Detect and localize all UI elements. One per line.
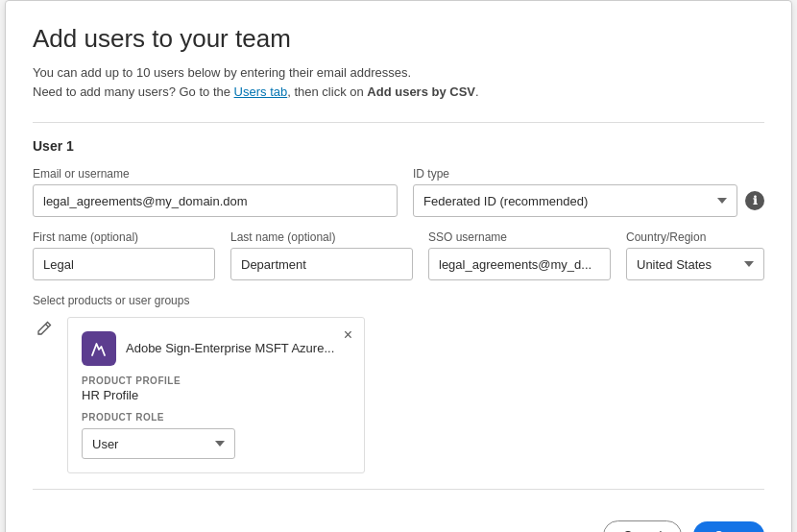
- modal-title: Add users to your team: [33, 24, 764, 54]
- idtype-label: ID type: [413, 167, 737, 181]
- user-section-title: User 1: [33, 138, 764, 154]
- product-profile-section: PRODUCT PROFILE HR Profile: [82, 375, 350, 412]
- add-users-modal: Add users to your team You can add up to…: [5, 0, 792, 532]
- products-label: Select products or user groups: [33, 294, 764, 307]
- sso-group: SSO username: [428, 230, 611, 280]
- modal-footer: Cancel Save: [33, 505, 764, 532]
- product-card-header: Adobe Sign-Enterprise MSFT Azure... ×: [82, 331, 350, 366]
- firstname-label: First name (optional): [33, 230, 215, 244]
- product-name: Adobe Sign-Enterprise MSFT Azure...: [126, 341, 350, 357]
- form-row-2: First name (optional) Last name (optiona…: [33, 230, 764, 280]
- role-select[interactable]: User Admin Developer: [82, 428, 235, 459]
- firstname-input[interactable]: [33, 248, 215, 280]
- country-label: Country/Region: [626, 230, 764, 244]
- idtype-group-wrapper: ID type Federated ID (recommended) Enter…: [413, 167, 764, 217]
- country-select[interactable]: United States Canada United Kingdom Aust…: [626, 248, 764, 280]
- role-label: PRODUCT ROLE: [82, 412, 350, 423]
- sso-label: SSO username: [428, 230, 611, 244]
- info-icon[interactable]: ℹ: [745, 191, 764, 210]
- products-row: Adobe Sign-Enterprise MSFT Azure... × PR…: [33, 317, 764, 473]
- user-section: User 1 Email or username ID type Federat…: [33, 138, 764, 294]
- remove-product-button[interactable]: ×: [342, 327, 354, 343]
- lastname-group: Last name (optional): [230, 230, 413, 280]
- close-icon: ×: [344, 326, 352, 343]
- top-divider: [33, 122, 764, 123]
- edit-products-button[interactable]: [33, 317, 56, 340]
- email-input[interactable]: [33, 184, 398, 217]
- idtype-group: ID type Federated ID (recommended) Enter…: [413, 167, 737, 217]
- email-label: Email or username: [33, 167, 398, 181]
- firstname-group: First name (optional): [33, 230, 215, 280]
- form-row-1: Email or username ID type Federated ID (…: [33, 167, 764, 217]
- product-role-section: PRODUCT ROLE User Admin Developer: [82, 412, 350, 459]
- desc-line2-prefix: Need to add many users? Go to the: [33, 85, 234, 99]
- products-section: Select products or user groups Adobe Sig…: [33, 294, 764, 473]
- users-tab-link[interactable]: Users tab: [234, 85, 288, 99]
- profile-label: PRODUCT PROFILE: [82, 375, 350, 386]
- country-group: Country/Region United States Canada Unit…: [626, 230, 764, 280]
- save-button[interactable]: Save: [693, 521, 764, 532]
- desc-bold: Add users by CSV: [367, 85, 475, 99]
- desc-line1: You can add up to 10 users below by ente…: [33, 65, 411, 80]
- idtype-select[interactable]: Federated ID (recommended) Enterprise ID…: [413, 184, 737, 217]
- cancel-button[interactable]: Cancel: [603, 520, 682, 532]
- bottom-divider: [33, 489, 764, 490]
- desc-line2-suffix: , then click on: [287, 85, 367, 99]
- lastname-label: Last name (optional): [230, 230, 413, 244]
- sso-input[interactable]: [428, 248, 611, 280]
- modal-description: You can add up to 10 users below by ente…: [33, 63, 764, 101]
- product-card: Adobe Sign-Enterprise MSFT Azure... × PR…: [67, 317, 365, 473]
- product-icon: [82, 331, 116, 366]
- profile-value: HR Profile: [82, 388, 350, 402]
- desc-end: .: [475, 85, 479, 99]
- email-group: Email or username: [33, 167, 398, 217]
- lastname-input[interactable]: [230, 248, 413, 280]
